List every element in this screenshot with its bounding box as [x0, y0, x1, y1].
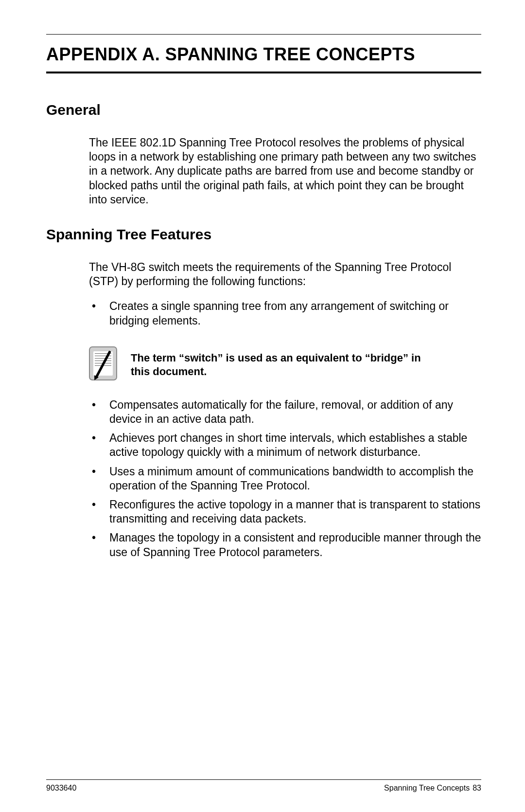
list-item: Compensates automatically for the failur… [89, 398, 481, 426]
features-list-before-note: Creates a single spanning tree from any … [89, 299, 481, 327]
features-intro: The VH-8G switch meets the requirements … [89, 260, 481, 289]
list-item: Achieves port changes in short time inte… [89, 431, 481, 459]
list-item: Uses a minimum amount of communications … [89, 465, 481, 493]
general-paragraph: The IEEE 802.1D Spanning Tree Protocol r… [89, 136, 481, 207]
section-heading-general: General [46, 102, 481, 118]
page-footer: 9033640 Spanning Tree Concepts 83 [46, 779, 481, 793]
appendix-title: APPENDIX A. SPANNING TREE CONCEPTS [46, 44, 481, 65]
title-underline [46, 72, 481, 73]
list-item: Reconfigures the active topology in a ma… [89, 498, 481, 526]
section-heading-features: Spanning Tree Features [46, 226, 481, 243]
footer-left-number: 9033640 [46, 784, 76, 793]
list-item: Manages the topology in a consistent and… [89, 531, 481, 559]
note-text: The term “switch” is used as an equivale… [131, 346, 422, 379]
footer-divider [46, 779, 481, 780]
top-divider [46, 34, 481, 35]
note-callout: The term “switch” is used as an equivale… [89, 346, 481, 380]
footer-section-label: Spanning Tree Concepts [384, 784, 470, 793]
features-list-after-note: Compensates automatically for the failur… [89, 398, 481, 559]
notepad-icon [89, 346, 117, 380]
list-item: Creates a single spanning tree from any … [89, 299, 481, 327]
footer-page-number: 83 [472, 784, 481, 793]
